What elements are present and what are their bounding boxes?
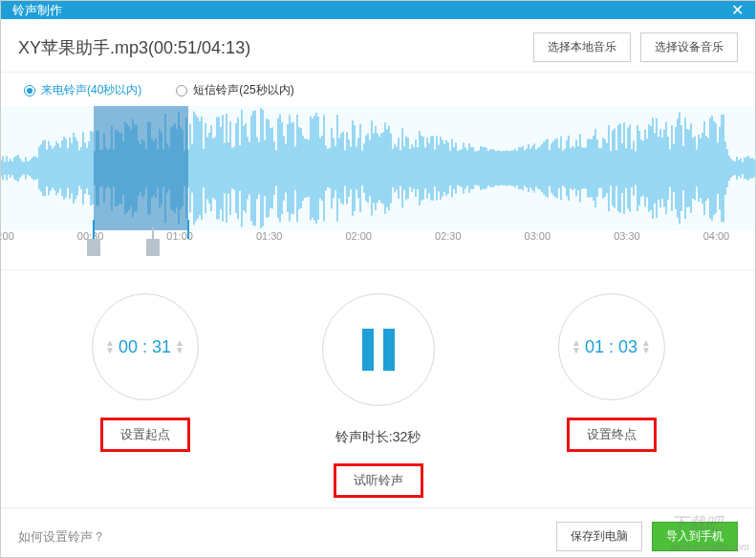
file-position: 00:51 [154, 38, 197, 57]
window-title: 铃声制作 [12, 2, 62, 19]
file-name-display: XY苹果助手.mp3(00:51/04:13) [18, 36, 250, 59]
stepper-arrows-icon[interactable]: ▲▼ [105, 339, 115, 354]
set-end-button[interactable]: 设置终点 [567, 418, 657, 452]
waveform-container: 00:0000:3001:0001:3002:0002:3003:0003:30… [1, 106, 755, 270]
timeline-tick: 01:30 [256, 230, 283, 242]
end-time-stepper[interactable]: ▲▼ 01 : 03 ▲▼ [558, 293, 665, 400]
timeline-tick: 04:00 [703, 230, 730, 242]
selection-start-marker[interactable] [93, 220, 95, 239]
radio-sms[interactable]: 短信铃声(25秒以内) [176, 82, 293, 98]
window-titlebar: 铃声制作 ✕ [1, 1, 755, 19]
ringtone-duration-label: 铃声时长:32秒 [335, 429, 421, 446]
radio-icon [24, 85, 35, 97]
selection-start-handle[interactable] [87, 239, 100, 256]
selection-end-handle[interactable] [187, 220, 189, 239]
file-duration: 04:13 [202, 38, 245, 57]
waveform[interactable] [1, 106, 755, 230]
ringtone-type-radios: 来电铃声(40秒以内) 短信铃声(25秒以内) [1, 73, 755, 106]
timeline-tick: 00:00 [0, 230, 14, 242]
footer: 如何设置铃声？ 保存到电脑 导入到手机 [1, 507, 755, 558]
header: XY苹果助手.mp3(00:51/04:13) 选择本地音乐 选择设备音乐 [1, 19, 755, 73]
timeline-tick: 02:00 [345, 230, 372, 242]
timeline-tick: 02:30 [435, 230, 462, 242]
playhead-handle[interactable] [146, 239, 160, 256]
file-name: XY苹果助手.mp3 [18, 38, 148, 57]
pause-icon [362, 329, 395, 371]
start-time-stepper[interactable]: ▲▼ 00 : 31 ▲▼ [92, 293, 199, 400]
save-to-pc-button[interactable]: 保存到电脑 [556, 522, 642, 551]
radio-icon [176, 85, 187, 97]
timeline-tick: 03:30 [614, 230, 640, 242]
stepper-arrows-icon[interactable]: ▲▼ [175, 339, 184, 354]
set-start-button[interactable]: 设置起点 [100, 418, 190, 452]
radio-sms-label: 短信铃声(25秒以内) [193, 82, 293, 98]
choose-local-music-button[interactable]: 选择本地音乐 [533, 32, 631, 62]
controls-row: ▲▼ 00 : 31 ▲▼ 设置起点 铃声时长:32秒 试听铃声 ▲▼ 01 :… [1, 270, 755, 507]
close-icon[interactable]: ✕ [731, 1, 744, 19]
preview-ringtone-button[interactable]: 试听铃声 [334, 463, 423, 498]
import-to-device-button[interactable]: 导入到手机 [652, 522, 738, 551]
radio-incoming-label: 来电铃声(40秒以内) [41, 82, 141, 98]
end-time-value: 01 : 03 [585, 337, 637, 357]
waveform-selection-range[interactable] [94, 106, 189, 230]
play-pause-button[interactable] [322, 293, 435, 406]
start-time-value: 00 : 31 [119, 337, 171, 357]
stepper-arrows-icon[interactable]: ▲▼ [572, 339, 581, 354]
radio-incoming-call[interactable]: 来电铃声(40秒以内) [24, 82, 141, 98]
timeline-tick: 03:00 [525, 230, 551, 242]
choose-device-music-button[interactable]: 选择设备音乐 [640, 32, 738, 62]
timeline[interactable]: 00:0000:3001:0001:3002:0002:3003:0003:30… [1, 230, 755, 270]
stepper-arrows-icon[interactable]: ▲▼ [641, 339, 651, 354]
help-link[interactable]: 如何设置铃声？ [18, 528, 105, 546]
